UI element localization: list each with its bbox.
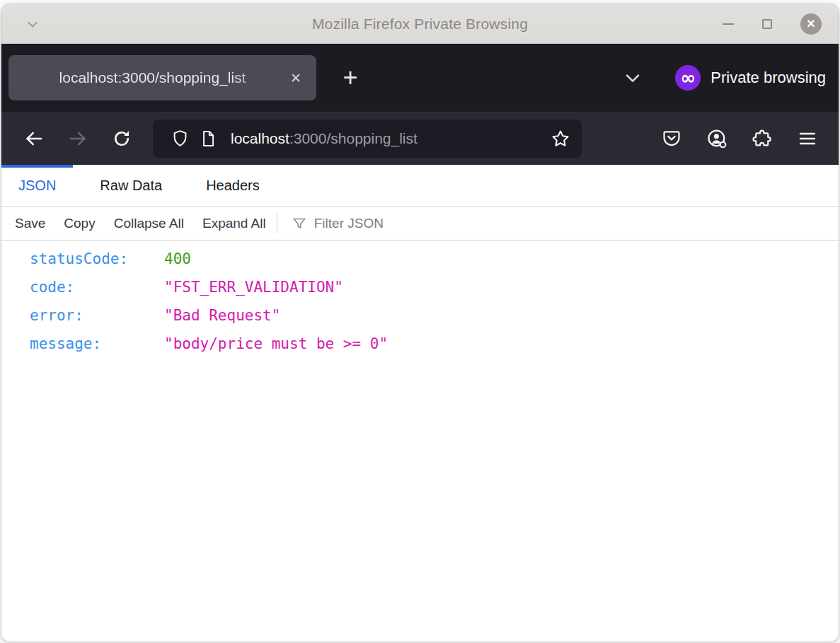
account-icon[interactable] <box>700 122 734 156</box>
json-value: "FST_ERR_VALIDATION" <box>164 279 343 296</box>
navigation-toolbar: localhost:3000/shopping_list <box>1 112 839 165</box>
json-viewer-toolbar: Save Copy Collapse All Expand All <box>1 207 839 241</box>
tab-headers[interactable]: Headers <box>189 165 277 206</box>
tab-json[interactable]: JSON <box>1 165 73 206</box>
json-row-message: message: "body/price must be >= 0" <box>30 330 839 358</box>
url-text[interactable]: localhost:3000/shopping_list <box>231 130 546 147</box>
json-row-code: code: "FST_ERR_VALIDATION" <box>30 273 839 301</box>
tab-raw-data[interactable]: Raw Data <box>83 165 179 206</box>
copy-button[interactable]: Copy <box>54 207 104 240</box>
filter-json-field <box>283 216 435 231</box>
toolbar-divider <box>277 213 277 234</box>
shield-icon[interactable] <box>166 124 194 153</box>
tab-title: localhost:3000/shopping_list <box>21 69 284 86</box>
firefox-window: Mozilla Firefox Private Browsing ✕ local… <box>1 4 839 642</box>
json-viewer-tabs: JSON Raw Data Headers <box>1 165 839 207</box>
maximize-icon[interactable] <box>762 19 772 29</box>
private-browsing-mask-icon: ∞ <box>675 65 701 91</box>
extensions-puzzle-icon[interactable] <box>745 122 779 156</box>
page-info-icon[interactable] <box>194 124 222 153</box>
filter-funnel-icon <box>292 216 307 231</box>
json-content: statusCode: 400 code: "FST_ERR_VALIDATIO… <box>1 241 839 642</box>
reload-icon[interactable] <box>105 122 139 156</box>
new-tab-button[interactable]: + <box>332 59 369 96</box>
save-button[interactable]: Save <box>6 207 54 240</box>
close-icon[interactable]: ✕ <box>800 13 822 35</box>
url-path: :3000/shopping_list <box>289 130 418 146</box>
minimize-icon[interactable] <box>723 23 734 25</box>
window-controls: ✕ <box>723 13 839 35</box>
url-host: localhost <box>231 130 289 146</box>
collapse-all-button[interactable]: Collapse All <box>105 207 193 240</box>
menu-hamburger-icon[interactable] <box>790 122 824 156</box>
json-key[interactable]: code: <box>30 279 164 296</box>
filter-json-input[interactable] <box>314 216 435 231</box>
list-tabs-chevron-icon[interactable] <box>621 66 644 89</box>
private-browsing-badge: ∞ Private browsing <box>675 65 826 91</box>
forward-icon[interactable] <box>61 122 95 156</box>
tab-close-icon[interactable]: ✕ <box>284 66 308 90</box>
json-row-statusCode: statusCode: 400 <box>30 245 839 273</box>
json-key[interactable]: statusCode: <box>30 250 164 267</box>
tab-strip: localhost:3000/shopping_list ✕ + ∞ Priva… <box>1 44 839 112</box>
private-browsing-label: Private browsing <box>710 69 826 87</box>
window-title: Mozilla Firefox Private Browsing <box>1 16 839 33</box>
expand-all-button[interactable]: Expand All <box>193 207 275 240</box>
browser-tab[interactable]: localhost:3000/shopping_list ✕ <box>8 55 316 100</box>
json-value: 400 <box>164 250 191 267</box>
bookmark-star-icon[interactable] <box>546 124 575 153</box>
json-row-error: error: "Bad Request" <box>30 301 839 330</box>
json-key[interactable]: error: <box>30 307 164 324</box>
navbar-right-icons <box>655 122 824 156</box>
url-bar[interactable]: localhost:3000/shopping_list <box>153 120 582 158</box>
json-key[interactable]: message: <box>30 335 164 352</box>
titlebar: Mozilla Firefox Private Browsing ✕ <box>1 4 839 44</box>
pocket-icon[interactable] <box>655 122 689 156</box>
json-value: "body/price must be >= 0" <box>164 335 388 352</box>
json-value: "Bad Request" <box>164 307 280 324</box>
back-icon[interactable] <box>17 122 51 156</box>
